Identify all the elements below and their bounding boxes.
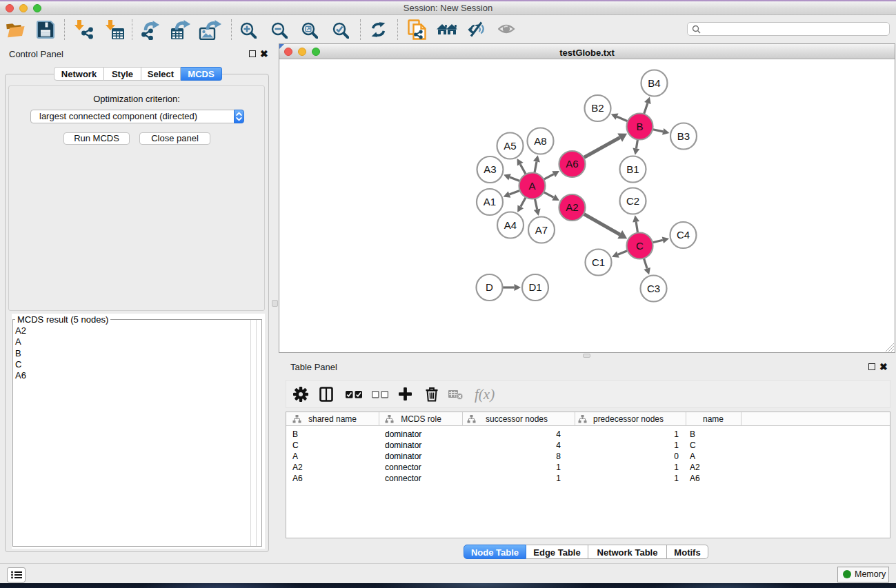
svg-text:A6: A6 bbox=[566, 158, 578, 170]
svg-text:C: C bbox=[636, 240, 644, 252]
svg-text:B1: B1 bbox=[626, 163, 639, 175]
svg-text:C3: C3 bbox=[647, 283, 660, 294]
svg-text:A4: A4 bbox=[504, 219, 517, 231]
svg-text:C1: C1 bbox=[592, 256, 605, 268]
svg-text:A: A bbox=[528, 180, 535, 192]
svg-text:B3: B3 bbox=[677, 130, 690, 142]
svg-text:A1: A1 bbox=[484, 196, 496, 207]
svg-text:D1: D1 bbox=[528, 281, 541, 293]
svg-text:B: B bbox=[636, 121, 643, 132]
svg-text:C4: C4 bbox=[677, 229, 690, 241]
svg-text:B4: B4 bbox=[648, 77, 660, 89]
svg-text:A5: A5 bbox=[504, 140, 516, 152]
svg-text:D: D bbox=[486, 281, 493, 293]
svg-text:B2: B2 bbox=[591, 102, 604, 114]
svg-text:A2: A2 bbox=[566, 201, 578, 213]
svg-text:A8: A8 bbox=[534, 135, 546, 147]
svg-text:A7: A7 bbox=[535, 224, 548, 236]
svg-text:C2: C2 bbox=[626, 195, 639, 207]
svg-text:A3: A3 bbox=[484, 163, 496, 175]
